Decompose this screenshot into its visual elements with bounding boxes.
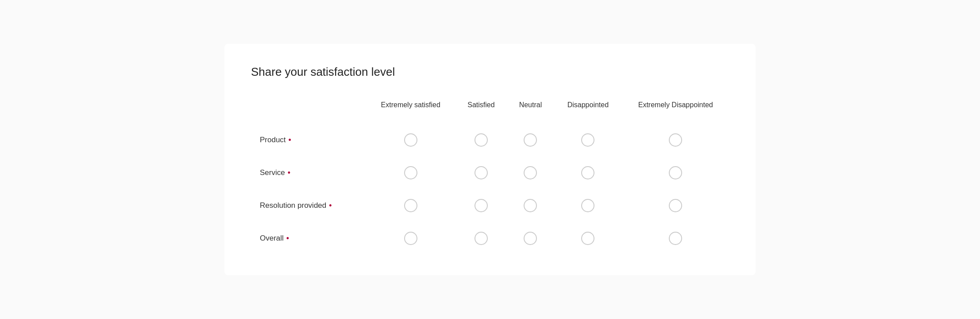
radio-service-disappointed[interactable] <box>581 166 594 179</box>
cell-product-neutral[interactable] <box>507 124 554 156</box>
required-indicator: • <box>329 202 332 210</box>
cell-product-extremely-disappointed[interactable] <box>622 124 729 156</box>
row-label-overall: Overall• <box>251 221 366 254</box>
cell-resolution-provided-neutral[interactable] <box>507 188 554 221</box>
cell-resolution-provided-extremely-disappointed[interactable] <box>622 188 729 221</box>
cell-service-extremely-disappointed[interactable] <box>622 156 729 188</box>
cell-overall-extremely-satisfied[interactable] <box>366 221 455 254</box>
row-text-product: Product <box>260 136 286 144</box>
survey-table: Extremely satisfiedSatisfiedNeutralDisap… <box>251 100 729 253</box>
table-row-overall: Overall• <box>251 221 729 254</box>
radio-service-satisfied[interactable] <box>475 166 488 179</box>
survey-container: Share your satisfaction level Extremely … <box>224 44 756 275</box>
cell-resolution-provided-extremely-satisfied[interactable] <box>366 188 455 221</box>
required-indicator: • <box>288 169 290 177</box>
radio-resolution-provided-disappointed[interactable] <box>581 199 594 212</box>
cell-overall-satisfied[interactable] <box>455 221 507 254</box>
radio-service-extremely-satisfied[interactable] <box>404 166 417 179</box>
header-neutral: Neutral <box>507 100 554 124</box>
radio-product-neutral[interactable] <box>524 133 537 147</box>
cell-overall-neutral[interactable] <box>507 221 554 254</box>
header-extremely-disappointed: Extremely Disappointed <box>622 100 729 124</box>
cell-overall-extremely-disappointed[interactable] <box>622 221 729 254</box>
cell-service-satisfied[interactable] <box>455 156 507 188</box>
radio-overall-extremely-disappointed[interactable] <box>669 232 682 245</box>
header-satisfied: Satisfied <box>455 100 507 124</box>
survey-title: Share your satisfaction level <box>251 65 729 79</box>
cell-service-disappointed[interactable] <box>554 156 622 188</box>
header-extremely-satisfied: Extremely satisfied <box>366 100 455 124</box>
radio-resolution-provided-neutral[interactable] <box>524 199 537 212</box>
cell-service-neutral[interactable] <box>507 156 554 188</box>
required-indicator: • <box>289 136 291 144</box>
radio-resolution-provided-satisfied[interactable] <box>475 199 488 212</box>
radio-resolution-provided-extremely-satisfied[interactable] <box>404 199 417 212</box>
required-indicator: • <box>286 234 289 242</box>
cell-service-extremely-satisfied[interactable] <box>366 156 455 188</box>
row-text-service: Service <box>260 168 285 177</box>
cell-product-extremely-satisfied[interactable] <box>366 124 455 156</box>
cell-resolution-provided-disappointed[interactable] <box>554 188 622 221</box>
radio-product-extremely-satisfied[interactable] <box>404 133 417 147</box>
radio-overall-neutral[interactable] <box>524 232 537 245</box>
radio-product-satisfied[interactable] <box>475 133 488 147</box>
row-label-product: Product• <box>251 124 366 156</box>
row-label-service: Service• <box>251 156 366 188</box>
table-row-service: Service• <box>251 156 729 188</box>
radio-service-neutral[interactable] <box>524 166 537 179</box>
row-text-resolution-provided: Resolution provided <box>260 201 326 210</box>
cell-resolution-provided-satisfied[interactable] <box>455 188 507 221</box>
radio-service-extremely-disappointed[interactable] <box>669 166 682 179</box>
row-label-resolution-provided: Resolution provided• <box>251 188 366 221</box>
table-row-resolution-provided: Resolution provided• <box>251 188 729 221</box>
row-label-header <box>251 100 366 124</box>
header-disappointed: Disappointed <box>554 100 622 124</box>
radio-product-extremely-disappointed[interactable] <box>669 133 682 147</box>
cell-product-satisfied[interactable] <box>455 124 507 156</box>
table-row-product: Product• <box>251 124 729 156</box>
radio-product-disappointed[interactable] <box>581 133 594 147</box>
row-text-overall: Overall <box>260 234 284 243</box>
header-row: Extremely satisfiedSatisfiedNeutralDisap… <box>251 100 729 124</box>
radio-overall-satisfied[interactable] <box>475 232 488 245</box>
cell-overall-disappointed[interactable] <box>554 221 622 254</box>
radio-resolution-provided-extremely-disappointed[interactable] <box>669 199 682 212</box>
radio-overall-disappointed[interactable] <box>581 232 594 245</box>
cell-product-disappointed[interactable] <box>554 124 622 156</box>
radio-overall-extremely-satisfied[interactable] <box>404 232 417 245</box>
